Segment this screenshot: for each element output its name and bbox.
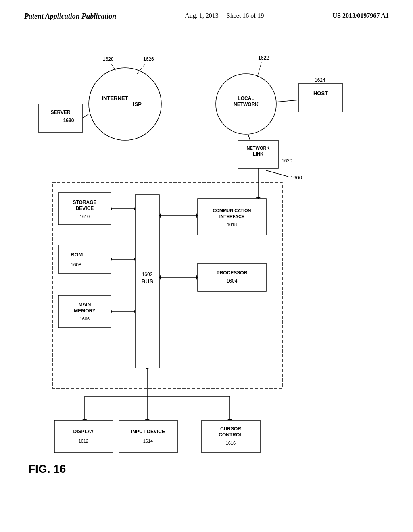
svg-line-5 — [111, 64, 117, 72]
svg-text:1608: 1608 — [71, 262, 81, 268]
svg-text:STORAGE: STORAGE — [73, 200, 96, 205]
svg-rect-80 — [119, 420, 177, 453]
svg-text:1626: 1626 — [143, 56, 154, 62]
svg-text:NETWORK: NETWORK — [247, 145, 270, 150]
svg-text:ROM: ROM — [71, 251, 83, 258]
svg-rect-77 — [54, 420, 113, 453]
page-header: Patent Application Publication Aug. 1, 2… — [0, 0, 413, 25]
svg-text:CURSOR: CURSOR — [220, 426, 241, 432]
diagram-area: INTERNET ISP 1628 1626 LOCAL NETWORK 162… — [0, 25, 413, 517]
svg-line-21 — [276, 100, 298, 102]
patent-number: US 2013/0197967 A1 — [332, 12, 389, 19]
sheet-info: Sheet 16 of 19 — [227, 12, 264, 19]
svg-rect-55 — [58, 245, 111, 273]
svg-text:SERVER: SERVER — [50, 110, 70, 115]
svg-text:HOST: HOST — [313, 90, 328, 96]
svg-text:1604: 1604 — [227, 278, 238, 284]
svg-text:1616: 1616 — [226, 441, 236, 445]
svg-text:LOCAL: LOCAL — [238, 96, 254, 101]
svg-rect-42 — [198, 263, 266, 291]
svg-text:1600: 1600 — [290, 175, 302, 181]
svg-text:DISPLAY: DISPLAY — [73, 429, 94, 434]
svg-text:1612: 1612 — [79, 438, 88, 443]
svg-text:1628: 1628 — [103, 56, 114, 62]
svg-text:1620: 1620 — [282, 158, 292, 164]
publication-title: Patent Application Publication — [24, 12, 116, 21]
patent-diagram: INTERNET ISP 1628 1626 LOCAL NETWORK 162… — [0, 25, 413, 517]
svg-text:INPUT DEVICE: INPUT DEVICE — [131, 429, 165, 434]
svg-text:1610: 1610 — [80, 214, 90, 219]
svg-text:NETWORK: NETWORK — [234, 102, 259, 107]
svg-text:1622: 1622 — [258, 55, 269, 61]
header-center: Aug. 1, 2013 Sheet 16 of 19 — [185, 12, 264, 19]
svg-text:FIG. 16: FIG. 16 — [28, 463, 66, 475]
svg-text:1630: 1630 — [63, 118, 74, 123]
svg-line-12 — [257, 62, 261, 77]
svg-text:1618: 1618 — [227, 222, 237, 227]
svg-line-7 — [137, 64, 145, 74]
svg-text:PROCESSOR: PROCESSOR — [217, 270, 248, 276]
svg-text:ISP: ISP — [133, 101, 142, 107]
svg-text:DEVICE: DEVICE — [76, 206, 94, 211]
svg-line-19 — [83, 114, 89, 118]
svg-text:COMMUNICATION: COMMUNICATION — [213, 208, 251, 213]
svg-text:CONTROL: CONTROL — [219, 432, 242, 438]
svg-text:MEMORY: MEMORY — [74, 308, 96, 314]
svg-rect-16 — [38, 104, 83, 132]
svg-text:INTERNET: INTERNET — [102, 95, 128, 101]
svg-line-28 — [266, 170, 288, 177]
svg-line-26 — [248, 134, 250, 140]
svg-text:1602: 1602 — [142, 272, 153, 277]
svg-rect-13 — [298, 84, 343, 112]
publication-date: Aug. 1, 2013 — [185, 12, 219, 19]
svg-text:MAIN: MAIN — [79, 302, 91, 308]
svg-rect-29 — [52, 183, 282, 388]
svg-text:1606: 1606 — [80, 316, 90, 321]
svg-text:LINK: LINK — [253, 152, 263, 156]
svg-text:1624: 1624 — [315, 77, 325, 83]
svg-text:1614: 1614 — [143, 438, 153, 443]
svg-text:BUS: BUS — [141, 278, 153, 285]
svg-text:INTERFACE: INTERFACE — [219, 214, 244, 219]
